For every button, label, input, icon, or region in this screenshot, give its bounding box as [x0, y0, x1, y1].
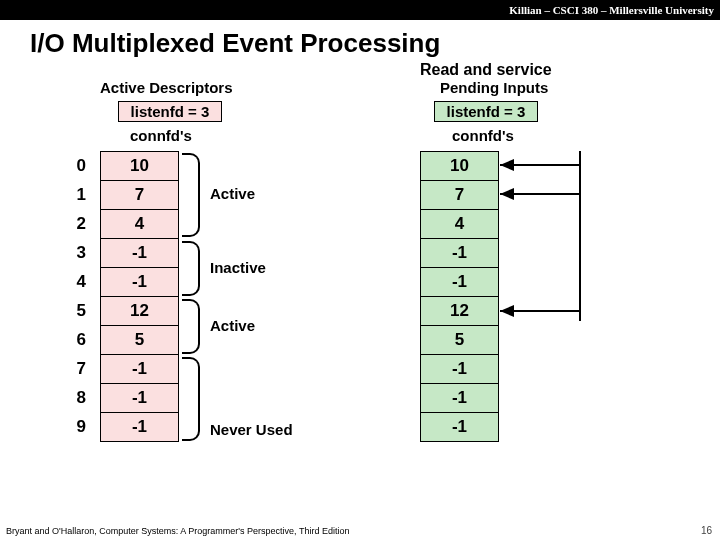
left-fd-1: 7: [101, 181, 179, 210]
idx-2: 2: [70, 209, 86, 238]
page-number: 16: [701, 525, 712, 536]
idx-0: 0: [70, 151, 86, 180]
right-fd-3: -1: [421, 239, 499, 268]
right-fd-2: 4: [421, 210, 499, 239]
brace-inactive: [182, 241, 200, 296]
left-fd-7: -1: [101, 355, 179, 384]
idx-7: 7: [70, 354, 86, 383]
left-fd-4: -1: [101, 268, 179, 297]
right-fd-5: 12: [421, 297, 499, 326]
left-fd-2: 4: [101, 210, 179, 239]
right-fd-7: -1: [421, 355, 499, 384]
index-column: 0 1 2 3 4 5 6 7 8 9: [70, 151, 86, 441]
listenfd-left-box: listenfd = 3: [118, 101, 222, 122]
brace-label-active-1: Active: [210, 185, 255, 202]
idx-9: 9: [70, 412, 86, 441]
right-fd-4: -1: [421, 268, 499, 297]
right-fd-0: 10: [421, 152, 499, 181]
brace-label-active-2: Active: [210, 317, 255, 334]
right-fd-9: -1: [421, 413, 499, 442]
right-fd-8: -1: [421, 384, 499, 413]
brace-active-2: [182, 299, 200, 354]
connfds-label-right: connfd's: [452, 127, 514, 144]
right-fd-6: 5: [421, 326, 499, 355]
idx-1: 1: [70, 180, 86, 209]
left-fd-0: 10: [101, 152, 179, 181]
brace-label-never: Never Used: [210, 421, 293, 438]
slide-subtitle: Read and service: [420, 61, 720, 79]
idx-8: 8: [70, 383, 86, 412]
idx-3: 3: [70, 238, 86, 267]
left-fd-3: -1: [101, 239, 179, 268]
brace-active-1: [182, 153, 200, 237]
course-header: Killian – CSCI 380 – Millersville Univer…: [0, 0, 720, 20]
pending-inputs-table: 10 7 4 -1 -1 12 5 -1 -1 -1: [420, 151, 499, 442]
left-fd-6: 5: [101, 326, 179, 355]
left-fd-9: -1: [101, 413, 179, 442]
left-fd-5: 12: [101, 297, 179, 326]
listenfd-right-box: listenfd = 3: [434, 101, 538, 122]
left-fd-8: -1: [101, 384, 179, 413]
right-fd-1: 7: [421, 181, 499, 210]
right-column-header: Pending Inputs: [440, 79, 548, 96]
footer-citation: Bryant and O'Hallaron, Computer Systems:…: [6, 526, 349, 536]
idx-5: 5: [70, 296, 86, 325]
slide-title: I/O Multiplexed Event Processing: [30, 28, 720, 59]
brace-label-inactive: Inactive: [210, 259, 266, 276]
idx-4: 4: [70, 267, 86, 296]
left-column-header: Active Descriptors: [100, 79, 233, 96]
idx-6: 6: [70, 325, 86, 354]
brace-never: [182, 357, 200, 441]
column-headers: Active Descriptors Pending Inputs listen…: [0, 79, 720, 123]
connfds-label-left: connfd's: [130, 127, 192, 144]
active-descriptors-table: 10 7 4 -1 -1 12 5 -1 -1 -1: [100, 151, 179, 442]
